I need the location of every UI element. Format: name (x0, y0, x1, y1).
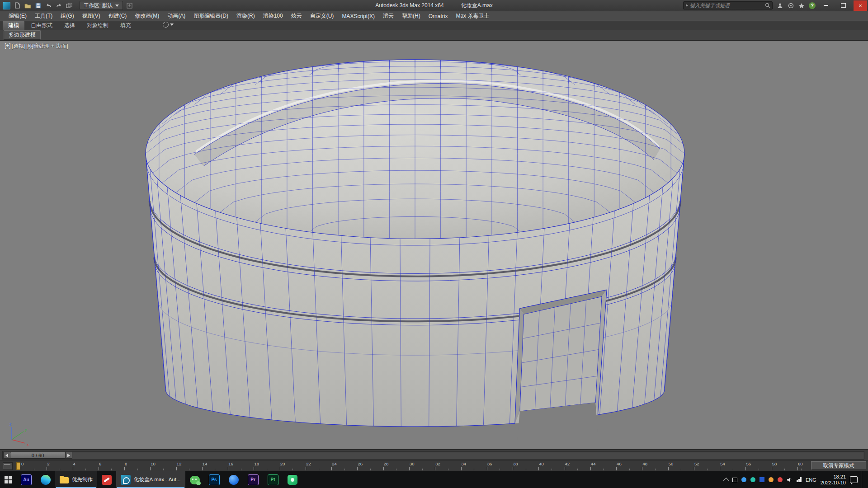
action-center-icon[interactable] (850, 476, 858, 483)
taskbar-clock[interactable]: 18:21 2022-10-10 (821, 474, 846, 485)
painter-icon: Pt (268, 474, 278, 485)
ribbon-tab[interactable]: 对象绘制 (81, 21, 114, 30)
blue-app-icon (229, 475, 239, 485)
mini-curve-editor-icon[interactable] (3, 462, 13, 470)
ruler-frame: 40 (538, 460, 564, 472)
taskbar-item-blue-app[interactable] (224, 471, 243, 488)
panel-polygon-modeling[interactable]: 多边形建模 (4, 30, 41, 40)
volume-icon[interactable] (787, 477, 793, 483)
viewport-menu-shading[interactable]: [明暗处理 + 边面] (26, 42, 68, 50)
ruler-frame: 36 (487, 460, 513, 472)
tray-icon[interactable] (760, 477, 764, 482)
tray-icon[interactable] (741, 477, 746, 482)
menu-item[interactable]: 修改器(M) (131, 11, 163, 21)
tray-icon[interactable] (769, 477, 774, 482)
menu-item[interactable]: MAXScript(X) (338, 12, 379, 20)
ruler-frame: 48 (642, 460, 668, 472)
ribbon-tab[interactable]: 填充 (115, 21, 137, 30)
ruler-frame: 58 (772, 460, 797, 472)
search-arrow-icon[interactable] (685, 4, 689, 7)
save-file-icon[interactable] (34, 2, 42, 9)
viewport-canvas[interactable] (0, 41, 868, 450)
redo-icon[interactable] (55, 2, 62, 9)
taskbar-item-edge[interactable] (36, 471, 55, 488)
menu-item[interactable]: 帮助(H) (398, 11, 425, 21)
trackbar-frame-marker[interactable] (16, 462, 20, 470)
menu-item[interactable]: 视图(V) (78, 11, 104, 21)
document-title: 化妆盒A.max (461, 2, 493, 9)
taskbar-item-audition[interactable]: Au (16, 471, 36, 488)
viewport-menu-general[interactable]: [+] (5, 42, 11, 50)
menu-item[interactable]: 编辑(E) (5, 11, 31, 21)
language-indicator[interactable]: ENG (806, 477, 816, 483)
audition-icon: Au (21, 474, 32, 485)
menu-item[interactable]: 渲染100 (259, 11, 287, 21)
menu-item[interactable]: 动画(A) (163, 11, 189, 21)
3dsmax-icon (121, 475, 131, 485)
search-input[interactable] (689, 2, 765, 9)
ribbon-tab[interactable]: 选择 (59, 21, 80, 30)
network-icon[interactable] (797, 477, 802, 482)
timeline-ruler[interactable]: 0246810121416182022242628303234363840424… (21, 460, 805, 472)
menu-item[interactable]: 渲云 (379, 11, 398, 21)
red-app-icon (102, 475, 112, 485)
time-slider-thumb[interactable]: 0 / 60 (10, 452, 66, 459)
taskbar-item-premiere[interactable]: Pr (243, 471, 263, 488)
ribbon-tab[interactable]: 建模 (3, 21, 24, 30)
help-icon[interactable]: ? (809, 2, 816, 9)
workspace-selector[interactable]: 工作区: 默认 (80, 1, 123, 10)
new-scene-icon[interactable] (14, 2, 21, 9)
start-button[interactable] (0, 471, 16, 488)
maximize-button[interactable] (836, 0, 850, 11)
favorites-star-icon[interactable] (798, 2, 805, 9)
taskbar-item-green-app[interactable] (283, 471, 302, 488)
ribbon-panel-row: 多边形建模 (0, 30, 868, 40)
viewport[interactable]: [+] [透视] [明暗处理 + 边面] z y x (0, 40, 868, 450)
search-icon[interactable] (765, 3, 770, 8)
taskbar-item-3dsmax[interactable]: 化妆盒A.max - Aut... (116, 471, 185, 488)
taskbar-item-wechat[interactable] (185, 471, 204, 488)
show-desktop-button[interactable] (862, 471, 864, 488)
track-bar: 0246810121416182022242628303234363840424… (0, 460, 868, 472)
menu-item[interactable]: Max 杀毒卫士 (452, 11, 493, 21)
project-link-icon[interactable] (66, 2, 73, 9)
maximize-icon (841, 3, 846, 8)
workspace-extra-icon[interactable] (126, 2, 133, 9)
undo-icon[interactable] (45, 2, 52, 9)
photoshop-icon: Ps (209, 474, 220, 485)
taskbar-item-folder[interactable]: 优先制作 (55, 471, 97, 488)
menu-item[interactable]: 图形编辑器(D) (189, 11, 232, 21)
next-frame-button[interactable] (65, 452, 72, 459)
hidden-icons-arrow[interactable] (724, 478, 730, 483)
taskbar-item-painter[interactable]: Pt (263, 471, 283, 488)
max-logo-icon[interactable] (3, 2, 10, 9)
viewport-menu-pov[interactable]: [透视] (12, 42, 26, 50)
system-tray: ENG 18:21 2022-10-10 (724, 471, 868, 488)
close-button[interactable]: × (854, 0, 867, 11)
world-axis-gizmo: z y x (5, 421, 33, 447)
ribbon-tab[interactable]: 自由形式 (25, 21, 58, 30)
tray-icon[interactable] (732, 478, 737, 482)
ribbon-options[interactable] (163, 22, 174, 29)
sign-in-icon[interactable] (776, 2, 783, 9)
tray-icon[interactable] (750, 477, 755, 482)
taskbar-item-photoshop[interactable]: Ps (204, 471, 224, 488)
ruler-frame: 6 (99, 460, 124, 472)
ruler-frame: 20 (280, 460, 306, 472)
menu-item[interactable]: 创建(C) (104, 11, 131, 21)
time-slider-track[interactable]: 0 / 60 (2, 451, 864, 460)
previous-frame-button[interactable] (3, 452, 10, 459)
tray-icon[interactable] (778, 477, 783, 482)
menu-item[interactable]: 自定义(U) (306, 11, 338, 21)
communication-center-icon[interactable] (787, 2, 794, 9)
menu-item[interactable]: 工具(T) (31, 11, 57, 21)
taskbar-item-red-app[interactable] (97, 471, 116, 488)
menu-item[interactable]: 炫云 (287, 11, 306, 21)
minimize-button[interactable] (819, 0, 833, 11)
menu-item[interactable]: 渲染(R) (232, 11, 259, 21)
open-file-icon[interactable] (24, 2, 31, 9)
menu-item[interactable]: 组(G) (57, 11, 78, 21)
menu-item[interactable]: Ornatrix (425, 12, 452, 20)
cancel-expert-mode-button[interactable]: 取消专家模式 (811, 461, 866, 470)
workspace-label: 工作区: 默认 (84, 2, 113, 9)
